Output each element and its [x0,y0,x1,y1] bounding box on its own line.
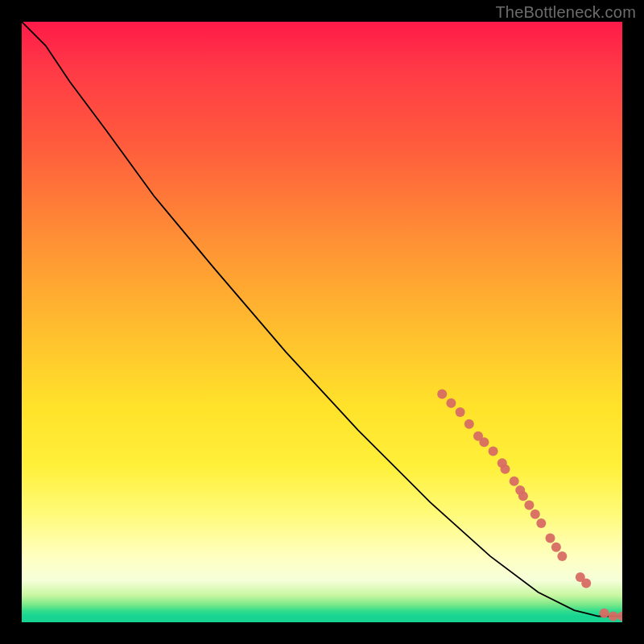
hw-point [437,390,447,399]
hw-point [536,518,546,528]
bottleneck-curve [22,22,622,617]
chart-frame: TheBottleneck.com [0,0,644,644]
hw-point [546,534,555,543]
hw-point [557,551,567,561]
hw-point [524,501,534,510]
hw-point [510,477,519,486]
hw-point [479,437,489,447]
hw-point [551,543,561,552]
hw-point [501,464,510,474]
hw-point [609,612,618,621]
hw-point [446,398,456,408]
hw-point [464,419,474,429]
chart-overlay [22,22,622,622]
hw-point [518,491,528,501]
hw-point [617,612,622,621]
watermark-label: TheBottleneck.com [495,3,636,22]
hw-point [489,446,498,456]
hw-point [456,407,465,417]
hw-point [530,510,540,519]
plot-area [22,22,622,622]
hw-point [600,609,609,618]
hw-point [581,579,591,588]
